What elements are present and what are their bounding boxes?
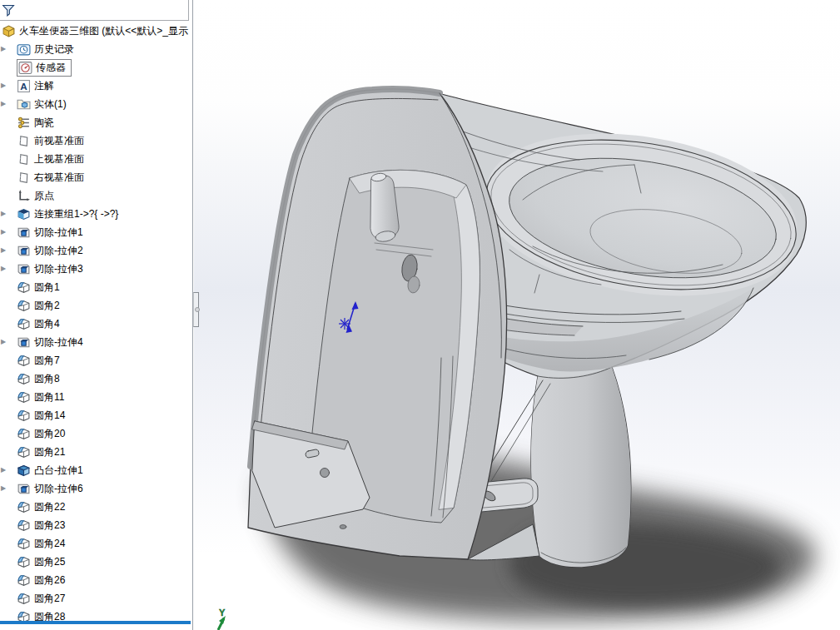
tree-item-label: 右视基准面: [34, 171, 84, 185]
fillet-icon: [17, 500, 31, 514]
imported-body-icon: [17, 207, 31, 221]
tree-item-label: 圆角27: [34, 592, 65, 606]
tree-item[interactable]: 上视基准面: [0, 150, 192, 168]
tree-item[interactable]: ▶连接重组1->?{ ->?}: [0, 205, 192, 223]
tree-item-label: 圆角25: [34, 555, 65, 569]
part-icon: [2, 24, 16, 38]
tree-item[interactable]: ▶切除-拉伸2: [0, 241, 192, 260]
cut-extrude-icon: [17, 335, 31, 350]
tree-item[interactable]: ▶切除-拉伸4: [0, 333, 192, 351]
tree-item[interactable]: 圆角23: [0, 516, 192, 534]
fillet-icon: [17, 427, 31, 441]
tree-item-label: 切除-拉伸4: [34, 335, 83, 350]
tree-item[interactable]: ▶切除-拉伸3: [0, 260, 192, 278]
fillet-icon: [17, 518, 31, 533]
cut-extrude-icon: [17, 226, 31, 240]
feature-manager-panel: 火车坐便器三维图 (默认<<默认>_显示▶历史记录传感器▶A注解▶实体(1)陶瓷…: [0, 0, 193, 630]
tree-item[interactable]: 圆角8: [0, 370, 192, 388]
rollback-bar[interactable]: [0, 621, 191, 624]
expand-arrow-icon[interactable]: ▶: [1, 339, 6, 345]
tree-filter-row[interactable]: [0, 0, 189, 21]
tree-item[interactable]: 圆角14: [0, 406, 192, 424]
fillet-icon: [17, 409, 31, 423]
tree-item-label: 圆角23: [34, 518, 65, 533]
tree-item[interactable]: 圆角20: [0, 424, 192, 443]
tree-item-label: 圆角2: [34, 299, 60, 313]
tree-item[interactable]: 传感器: [0, 58, 192, 77]
svg-text:A: A: [20, 80, 27, 91]
fillet-icon: [17, 592, 31, 606]
boss-extrude-icon: [17, 464, 31, 478]
tree-item[interactable]: 圆角25: [0, 553, 192, 571]
fillet-icon: [17, 555, 31, 569]
tree-item[interactable]: ▶实体(1): [0, 95, 192, 113]
tree-item-label: 实体(1): [34, 97, 67, 112]
tree-item-label: 传感器: [36, 61, 66, 75]
fillet-icon: [17, 573, 31, 588]
feature-tree: 火车坐便器三维图 (默认<<默认>_显示▶历史记录传感器▶A注解▶实体(1)陶瓷…: [0, 22, 192, 626]
fillet-icon: [17, 299, 31, 313]
fillet-icon: [17, 445, 31, 459]
tree-item-label: 圆角4: [34, 317, 60, 331]
tree-item-label: 切除-拉伸3: [34, 262, 83, 276]
expand-arrow-icon[interactable]: ▶: [1, 101, 6, 107]
tree-item-label: 切除-拉伸2: [34, 244, 83, 258]
expand-arrow-icon[interactable]: ▶: [1, 467, 6, 474]
history-folder-icon: [17, 42, 31, 57]
model-3d-toilet: [248, 89, 807, 567]
reference-triad-y-axis: Y: [218, 608, 226, 630]
tree-item[interactable]: 圆角1: [0, 278, 192, 296]
tree-item[interactable]: 圆角24: [0, 534, 192, 553]
splitter-grip-dot: [195, 307, 200, 312]
tree-item-label: 圆角22: [34, 500, 65, 514]
annotations-icon: A: [17, 79, 31, 93]
tree-item[interactable]: 圆角21: [0, 443, 192, 461]
tree-item[interactable]: ▶切除-拉伸6: [0, 479, 192, 498]
plane-icon: [17, 152, 31, 166]
fillet-icon: [17, 390, 31, 404]
tree-item-label: 圆角7: [34, 354, 60, 368]
tree-item-label: 圆角14: [34, 409, 65, 423]
tree-root-item[interactable]: 火车坐便器三维图 (默认<<默认>_显示: [0, 22, 192, 40]
tree-item[interactable]: ▶历史记录: [0, 40, 192, 58]
expand-arrow-icon[interactable]: ▶: [1, 46, 6, 52]
expand-arrow-icon[interactable]: ▶: [1, 485, 6, 492]
tree-item[interactable]: 圆角7: [0, 351, 192, 370]
expand-arrow-icon[interactable]: ▶: [1, 265, 6, 272]
tree-item-label: 陶瓷: [34, 116, 54, 130]
fillet-icon: [17, 280, 31, 295]
tree-item[interactable]: 前视基准面: [0, 131, 192, 150]
plane-icon: [17, 171, 31, 185]
cut-extrude-icon: [17, 262, 31, 276]
tree-item[interactable]: 圆角22: [0, 498, 192, 516]
tree-item[interactable]: ▶A注解: [0, 77, 192, 95]
tree-item[interactable]: 原点: [0, 186, 192, 205]
expand-arrow-icon[interactable]: ▶: [1, 82, 6, 89]
tree-item-label: 切除-拉伸1: [34, 226, 83, 240]
panel-splitter-handle[interactable]: [193, 292, 199, 327]
tree-item[interactable]: 圆角26: [0, 571, 192, 589]
tree-item[interactable]: ▶凸台-拉伸1: [0, 461, 192, 479]
sensors-icon: [18, 61, 32, 75]
tree-item-label: 圆角26: [34, 573, 65, 588]
material-icon: [17, 116, 31, 130]
tree-item[interactable]: 右视基准面: [0, 168, 192, 186]
expand-arrow-icon[interactable]: ▶: [1, 211, 6, 217]
tree-item[interactable]: 圆角4: [0, 315, 192, 333]
fillet-icon: [17, 317, 31, 331]
tree-item[interactable]: 圆角11: [0, 388, 192, 406]
tree-item-label: 注解: [34, 79, 54, 93]
triad-y-label: Y: [219, 608, 226, 618]
tree-item-label: 连接重组1->?{ ->?}: [34, 207, 118, 221]
tree-item[interactable]: ▶切除-拉伸1: [0, 223, 192, 241]
tree-item[interactable]: 圆角2: [0, 296, 192, 315]
tree-item-label: 圆角1: [34, 280, 60, 295]
tree-item-label: 上视基准面: [34, 152, 84, 166]
tree-item-label: 原点: [34, 189, 54, 203]
expand-arrow-icon[interactable]: ▶: [1, 247, 6, 254]
tree-item[interactable]: 陶瓷: [0, 113, 192, 131]
graphics-viewport[interactable]: Y: [194, 0, 840, 630]
tree-item[interactable]: 圆角27: [0, 589, 192, 608]
expand-arrow-icon[interactable]: ▶: [1, 229, 6, 236]
filter-funnel-icon[interactable]: [2, 3, 16, 17]
